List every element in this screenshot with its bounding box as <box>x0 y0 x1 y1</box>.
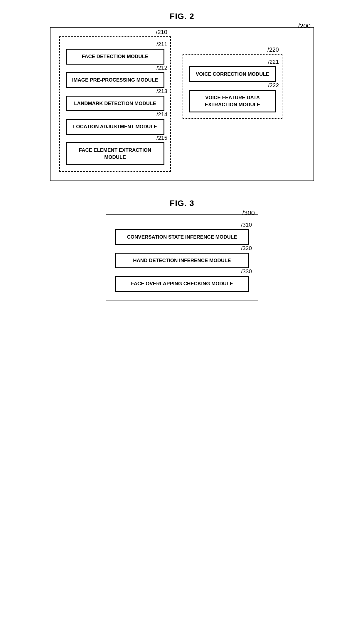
module-320: HAND DETECTION INFERENCE MODULE <box>115 253 249 269</box>
box-220: /220 /221 VOICE CORRECTION MODULE /222 V… <box>183 54 282 119</box>
fig3-outer-box: /300 /310 CONVERSATION STATE INFERENCE M… <box>106 214 258 301</box>
module-211: FACE DETECTION MODULE <box>66 49 164 65</box>
fig2-title: FIG. 2 <box>170 12 194 21</box>
module-214-label: /214 <box>156 111 167 118</box>
module-330: FACE OVERLAPPING CHECKING MODULE <box>115 276 249 292</box>
module-222-label: /222 <box>268 82 279 89</box>
fig3-outer-label: /300 <box>242 209 255 217</box>
module-212-label: /212 <box>156 65 167 71</box>
fig2-outer-label: /200 <box>298 22 311 30</box>
module-213: LANDMARK DETECTION MODULE <box>66 96 164 112</box>
module-221-container: /221 VOICE CORRECTION MODULE <box>189 66 276 82</box>
fig3-title: FIG. 3 <box>170 199 194 208</box>
module-213-container: /213 LANDMARK DETECTION MODULE <box>66 96 164 112</box>
module-310: CONVERSATION STATE INFERENCE MODULE <box>115 229 249 245</box>
module-211-label: /211 <box>156 41 167 48</box>
module-320-label: /320 <box>241 245 252 252</box>
module-212: IMAGE PRE-PROCESSING MODULE <box>66 72 164 88</box>
fig2-outer-box: /200 /210 /211 FACE DETECTION MODULE /21… <box>50 27 314 181</box>
module-221-label: /221 <box>268 59 279 65</box>
module-222-container: /222 VOICE FEATURE DATA EXTRACTION MODUL… <box>189 90 276 113</box>
module-211-container: /211 FACE DETECTION MODULE <box>66 49 164 65</box>
module-215-container: /215 FACE ELEMENT EXTRACTION MODULE <box>66 142 164 165</box>
module-310-container: /310 CONVERSATION STATE INFERENCE MODULE <box>115 229 249 245</box>
box-210-label: /210 <box>156 29 167 36</box>
module-215: FACE ELEMENT EXTRACTION MODULE <box>66 142 164 165</box>
module-212-container: /212 IMAGE PRE-PROCESSING MODULE <box>66 72 164 88</box>
module-320-container: /320 HAND DETECTION INFERENCE MODULE <box>115 253 249 269</box>
module-221: VOICE CORRECTION MODULE <box>189 66 276 82</box>
module-222: VOICE FEATURE DATA EXTRACTION MODULE <box>189 90 276 113</box>
module-330-container: /330 FACE OVERLAPPING CHECKING MODULE <box>115 276 249 292</box>
module-215-label: /215 <box>156 135 167 141</box>
module-330-label: /330 <box>241 268 252 275</box>
module-310-label: /310 <box>241 222 252 228</box>
module-214: LOCATION ADJUSTMENT MODULE <box>66 119 164 135</box>
module-214-container: /214 LOCATION ADJUSTMENT MODULE <box>66 119 164 135</box>
box-210: /210 /211 FACE DETECTION MODULE /212 IMA… <box>59 36 171 172</box>
box-220-label: /220 <box>267 46 279 53</box>
module-213-label: /213 <box>156 88 167 95</box>
